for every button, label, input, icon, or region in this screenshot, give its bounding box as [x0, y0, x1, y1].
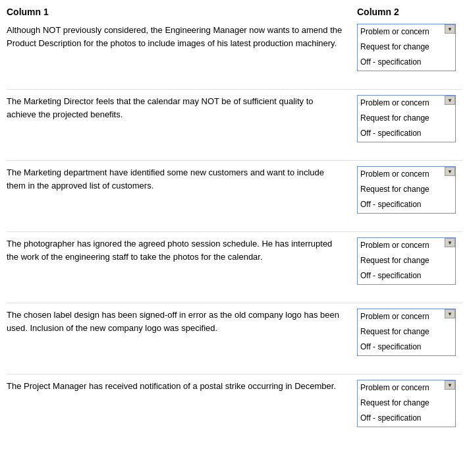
- answer-select-wrapper-3: ▼Problem or concernRequest for changeOff…: [357, 166, 462, 214]
- listbox-container-1[interactable]: ▼Problem or concernRequest for changeOff…: [357, 24, 456, 71]
- question-row: The chosen label design has been signed-…: [7, 309, 462, 374]
- answer-select-wrapper-1: ▼Problem or concernRequest for changeOff…: [357, 24, 462, 71]
- listbox-item-3-2[interactable]: Off - specification: [358, 197, 455, 212]
- listbox-item-1-0[interactable]: Problem or concern: [358, 24, 455, 40]
- question-row: The Project Manager has received notific…: [7, 380, 462, 446]
- scroll-arrow-2[interactable]: ▼: [445, 96, 455, 105]
- listbox-item-1-2[interactable]: Off - specification: [358, 55, 455, 70]
- scroll-arrow-6[interactable]: ▼: [445, 380, 455, 390]
- column2-header: Column 2: [357, 7, 462, 17]
- listbox-item-3-1[interactable]: Request for change: [358, 182, 455, 197]
- listbox-item-2-2[interactable]: Off - specification: [358, 126, 455, 141]
- scroll-arrow-1[interactable]: ▼: [445, 24, 455, 34]
- listbox-item-6-0[interactable]: Problem or concern: [358, 380, 455, 396]
- listbox-2[interactable]: Problem or concernRequest for changeOff …: [357, 95, 456, 142]
- listbox-item-4-0[interactable]: Problem or concern: [358, 238, 455, 253]
- listbox-item-5-0[interactable]: Problem or concern: [358, 309, 455, 324]
- listbox-item-5-1[interactable]: Request for change: [358, 324, 455, 340]
- column1-header: Column 1: [7, 7, 357, 17]
- listbox-item-4-1[interactable]: Request for change: [358, 253, 455, 268]
- question-row: The Marketing department have identified…: [7, 166, 462, 232]
- listbox-container-6[interactable]: ▼Problem or concernRequest for changeOff…: [357, 380, 456, 427]
- listbox-item-5-2[interactable]: Off - specification: [358, 340, 455, 355]
- question-row: The Marketing Director feels that the ca…: [7, 95, 462, 161]
- listbox-item-3-0[interactable]: Problem or concern: [358, 167, 455, 182]
- listbox-item-1-1[interactable]: Request for change: [358, 40, 455, 55]
- question-row: Although NOT previously considered, the …: [7, 24, 462, 90]
- answer-select-wrapper-4: ▼Problem or concernRequest for changeOff…: [357, 237, 462, 285]
- listbox-container-4[interactable]: ▼Problem or concernRequest for changeOff…: [357, 237, 456, 285]
- listbox-1[interactable]: Problem or concernRequest for changeOff …: [357, 24, 456, 71]
- listbox-5[interactable]: Problem or concernRequest for changeOff …: [357, 309, 456, 356]
- question-row: The photographer has ignored the agreed …: [7, 237, 462, 303]
- scroll-arrow-4[interactable]: ▼: [445, 238, 455, 247]
- listbox-3[interactable]: Problem or concernRequest for changeOff …: [357, 166, 456, 214]
- listbox-6[interactable]: Problem or concernRequest for changeOff …: [357, 380, 456, 427]
- question-text-2: The Marketing Director feels that the ca…: [7, 95, 357, 121]
- question-text-4: The photographer has ignored the agreed …: [7, 237, 357, 263]
- listbox-item-6-1[interactable]: Request for change: [358, 396, 455, 411]
- answer-select-wrapper-2: ▼Problem or concernRequest for changeOff…: [357, 95, 462, 142]
- listbox-container-3[interactable]: ▼Problem or concernRequest for changeOff…: [357, 166, 456, 214]
- question-text-1: Although NOT previously considered, the …: [7, 24, 357, 49]
- scroll-arrow-5[interactable]: ▼: [445, 309, 455, 318]
- question-text-5: The chosen label design has been signed-…: [7, 309, 357, 334]
- listbox-item-4-2[interactable]: Off - specification: [358, 268, 455, 283]
- listbox-item-6-2[interactable]: Off - specification: [358, 411, 455, 426]
- listbox-item-2-0[interactable]: Problem or concern: [358, 96, 455, 111]
- question-text-6: The Project Manager has received notific…: [7, 380, 357, 393]
- listbox-container-5[interactable]: ▼Problem or concernRequest for changeOff…: [357, 309, 456, 356]
- scroll-arrow-3[interactable]: ▼: [445, 167, 455, 176]
- answer-select-wrapper-6: ▼Problem or concernRequest for changeOff…: [357, 380, 462, 427]
- question-text-3: The Marketing department have identified…: [7, 166, 357, 192]
- answer-select-wrapper-5: ▼Problem or concernRequest for changeOff…: [357, 309, 462, 356]
- listbox-4[interactable]: Problem or concernRequest for changeOff …: [357, 237, 456, 285]
- listbox-container-2[interactable]: ▼Problem or concernRequest for changeOff…: [357, 95, 456, 142]
- listbox-item-2-1[interactable]: Request for change: [358, 111, 455, 126]
